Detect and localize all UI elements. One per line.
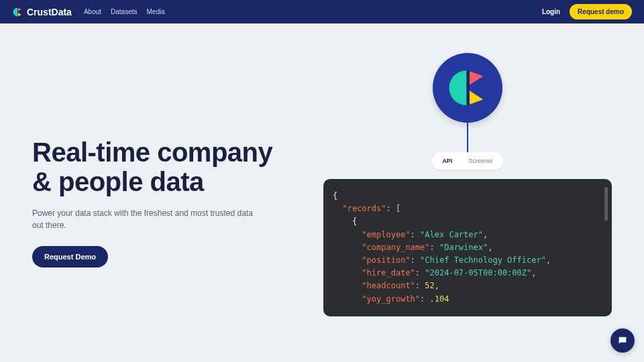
- code-text: "records": [342, 204, 386, 213]
- code-text: "company_name": [362, 243, 429, 252]
- code-text: "position": [362, 255, 410, 265]
- code-text: .104: [430, 294, 449, 304]
- code-text: "hire_date": [362, 268, 415, 278]
- visual-section: API Screener { "records": [ { "employee"…: [323, 50, 612, 316]
- nav-datasets[interactable]: Datasets: [111, 8, 137, 15]
- tab-screener[interactable]: Screener: [460, 154, 501, 168]
- nav-links: About Datasets Media: [84, 8, 165, 15]
- tabs: API Screener: [432, 152, 503, 170]
- code-text: "headcount": [362, 281, 415, 290]
- code-text: "yoy_growth": [362, 294, 420, 304]
- logo-orb: [433, 53, 502, 123]
- chat-icon: [617, 335, 628, 346]
- headline-line2: & people data: [32, 167, 204, 196]
- hero-section: Real-time company & people data Power yo…: [32, 50, 303, 316]
- nav-media[interactable]: Media: [147, 8, 165, 15]
- code-text: {: [333, 217, 357, 226]
- login-link[interactable]: Login: [542, 8, 560, 15]
- code-text: "Chief Technology Officer": [420, 255, 546, 265]
- header-right: Login Request demo: [542, 4, 632, 19]
- code-text: 52: [425, 281, 434, 290]
- code-text: "Alex Carter": [420, 230, 483, 239]
- headline: Real-time company & people data: [32, 137, 303, 196]
- connector-line: [467, 121, 468, 154]
- subtext: Power your data stack with the freshest …: [32, 207, 254, 231]
- request-demo-cta[interactable]: Request Demo: [32, 246, 108, 267]
- headline-line1: Real-time company: [32, 137, 272, 167]
- header-left: CrustData About Datasets Media: [12, 7, 165, 17]
- chat-widget[interactable]: [610, 328, 635, 353]
- main: Real-time company & people data Power yo…: [0, 23, 644, 316]
- request-demo-button[interactable]: Request demo: [570, 4, 632, 19]
- orb-logo-icon: [448, 68, 487, 107]
- svg-rect-0: [467, 70, 470, 105]
- code-text: "Darwinex": [439, 243, 488, 252]
- code-window: { "records": [ { "employee": "Alex Carte…: [323, 179, 612, 316]
- code-text: "2024-07-05T00:00:00Z": [425, 268, 531, 278]
- header: CrustData About Datasets Media Login Req…: [0, 0, 644, 23]
- nav-about[interactable]: About: [84, 8, 101, 15]
- code-text: {: [333, 191, 337, 200]
- code-text: "employee": [362, 230, 410, 239]
- brand-name: CrustData: [27, 7, 72, 17]
- logo-icon: [12, 7, 23, 17]
- code-text: : [: [386, 204, 400, 213]
- tab-api[interactable]: API: [434, 154, 460, 168]
- logo[interactable]: CrustData: [12, 7, 72, 17]
- scrollbar[interactable]: [604, 187, 608, 221]
